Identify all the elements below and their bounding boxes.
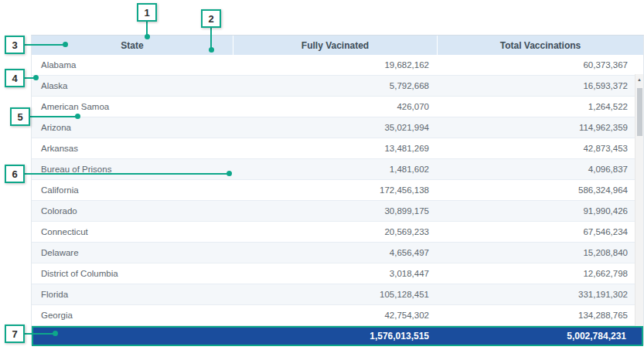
table-row[interactable]: Alabama 19,682,162 60,373,367 (32, 55, 643, 76)
state-cell: Connecticut (32, 222, 233, 242)
state-cell: Alaska (32, 76, 233, 96)
table-row[interactable]: Alaska 5,792,668 16,593,372 (32, 76, 643, 97)
total-vaccinations-cell: 134,288,765 (437, 305, 643, 325)
fully-vaccinated-cell: 105,128,451 (233, 284, 437, 304)
state-cell: American Samoa (32, 97, 233, 117)
callout-7-line (25, 333, 54, 335)
total-vaccinations-cell: 60,373,367 (437, 55, 643, 75)
state-cell: Bureau of Prisons (32, 159, 233, 179)
table-header-row: State Fully Vacinated Total Vaccinations (32, 36, 643, 55)
callout-4: 4 (5, 69, 25, 87)
total-vaccinations-cell: 42,873,453 (437, 138, 643, 158)
fully-vaccinated-cell: 19,682,162 (233, 55, 437, 75)
table-row[interactable]: California 172,456,138 586,324,964 (32, 180, 643, 201)
state-cell: Alabama (32, 55, 233, 75)
state-cell: District of Columbia (32, 263, 233, 284)
callout-1: 1 (137, 3, 157, 22)
fully-vaccinated-cell: 172,456,138 (233, 180, 437, 200)
state-cell: California (32, 180, 233, 200)
totals-total-vaccinations-cell: 5,002,784,231 (437, 328, 642, 345)
callout-4-dot (33, 75, 39, 80)
total-vaccinations-cell: 15,208,840 (437, 243, 643, 263)
table-row[interactable]: Arizona 35,021,994 114,962,359 (32, 117, 643, 138)
state-cell: Arkansas (32, 138, 233, 158)
callout-1-dot (145, 34, 150, 39)
table-row[interactable]: Connecticut 20,569,233 67,546,234 (32, 222, 643, 243)
total-vaccinations-cell: 4,096,837 (437, 159, 643, 179)
total-vaccinations-cell: 1,264,522 (437, 97, 643, 117)
fully-vaccinated-cell: 3,018,447 (233, 263, 437, 284)
callout-7: 7 (5, 325, 25, 343)
callout-3-dot (63, 42, 68, 47)
table-row[interactable]: Delaware 4,656,497 15,208,840 (32, 243, 643, 263)
total-vaccinations-cell: 12,662,798 (437, 263, 643, 284)
fully-vaccinated-cell: 1,481,602 (233, 159, 437, 179)
total-vaccinations-cell: 586,324,964 (437, 180, 643, 200)
column-header-total-vaccinations[interactable]: Total Vaccinations (437, 36, 643, 55)
fully-vaccinated-cell: 30,899,175 (233, 201, 437, 221)
total-vaccinations-cell: 331,191,302 (437, 284, 643, 304)
annotated-table-screenshot: State Fully Vacinated Total Vaccinations… (0, 0, 644, 350)
table-row[interactable]: Florida 105,128,451 331,191,302 (32, 284, 643, 305)
fully-vaccinated-cell: 20,569,233 (233, 222, 437, 242)
total-vaccinations-cell: 91,990,426 (437, 201, 643, 221)
state-cell: Arizona (32, 117, 233, 138)
callout-7-dot (53, 331, 58, 336)
callout-3: 3 (5, 36, 25, 54)
fully-vaccinated-cell: 426,070 (233, 97, 437, 117)
state-cell: Georgia (32, 305, 233, 325)
callout-2-dot (209, 47, 214, 53)
callout-5-dot (75, 114, 80, 119)
callout-2-line (210, 28, 212, 48)
callout-6-line (25, 173, 228, 175)
callout-6-dot (227, 171, 232, 176)
fully-vaccinated-cell: 35,021,994 (233, 117, 437, 138)
table-row[interactable]: District of Columbia 3,018,447 12,662,79… (32, 263, 643, 284)
totals-row: 1,576,013,515 5,002,784,231 (32, 326, 643, 346)
column-header-fully-vaccinated[interactable]: Fully Vacinated (233, 36, 437, 55)
total-vaccinations-cell: 114,962,359 (437, 117, 643, 138)
table-body: Alabama 19,682,162 60,373,367 Alaska 5,7… (32, 55, 643, 326)
totals-fully-vaccinated-cell: 1,576,013,515 (233, 328, 437, 345)
callout-2: 2 (201, 9, 221, 28)
table-row[interactable]: Arkansas 13,481,269 42,873,453 (32, 138, 643, 159)
table-row[interactable]: Bureau of Prisons 1,481,602 4,096,837 (32, 159, 643, 180)
table-row[interactable]: American Samoa 426,070 1,264,522 (32, 97, 643, 117)
fully-vaccinated-cell: 42,754,302 (233, 305, 437, 325)
data-table: State Fully Vacinated Total Vaccinations… (31, 35, 644, 345)
fully-vaccinated-cell: 4,656,497 (233, 243, 437, 263)
total-vaccinations-cell: 67,546,234 (437, 222, 643, 242)
vertical-scrollbar[interactable]: ▲ ▼ (635, 74, 643, 326)
callout-1-line (146, 22, 148, 35)
table-row[interactable]: Georgia 42,754,302 134,288,765 (32, 305, 643, 326)
callout-5: 5 (10, 107, 30, 126)
total-vaccinations-cell: 16,593,372 (437, 76, 643, 96)
scrollbar-thumb[interactable] (637, 88, 642, 136)
fully-vaccinated-cell: 13,481,269 (233, 138, 437, 158)
fully-vaccinated-cell: 5,792,668 (233, 76, 437, 96)
totals-state-cell (33, 328, 233, 345)
state-cell: Florida (32, 284, 233, 304)
callout-3-line (25, 44, 63, 46)
scroll-up-icon[interactable]: ▲ (635, 74, 643, 84)
state-cell: Delaware (32, 243, 233, 263)
callout-6: 6 (5, 165, 25, 183)
table-row[interactable]: Colorado 30,899,175 91,990,426 (32, 201, 643, 222)
callout-5-line (30, 116, 77, 117)
state-cell: Colorado (32, 201, 233, 221)
